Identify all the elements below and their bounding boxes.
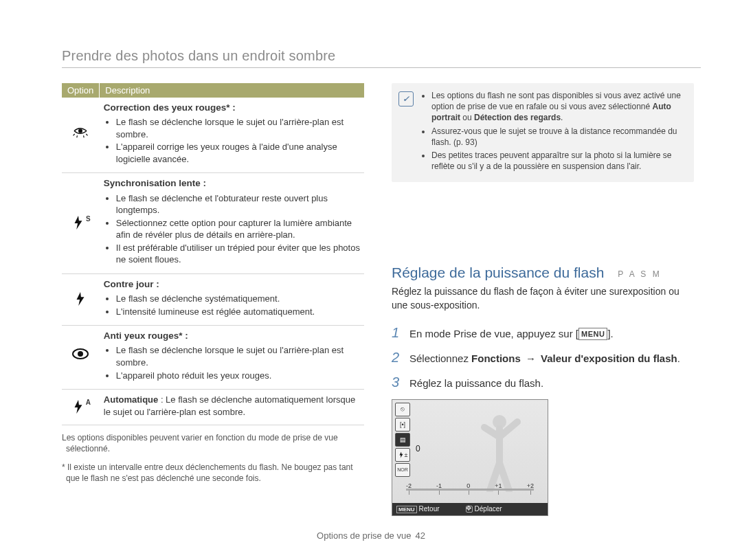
tick: -2	[406, 482, 412, 489]
options-table: Option Description Correction des yeux r…	[62, 83, 364, 425]
lcd-slider: -2 -1 0 +1 +2	[406, 482, 534, 497]
lcd-footer: MENURetour Déplacer	[392, 503, 548, 515]
page-footer: Options de prise de vue42	[0, 530, 742, 541]
lcd-footer-left: Retour	[419, 505, 440, 513]
tick: 0	[466, 482, 470, 489]
lcd-icon-focus: [•]	[395, 418, 410, 432]
row-title: Contre jour :	[104, 279, 159, 289]
step-number: 3	[392, 372, 403, 392]
columns: Option Description Correction des yeux r…	[62, 83, 701, 516]
lcd-icon-nor: NOR	[395, 463, 410, 477]
lcd-icon-ev: ±	[395, 448, 410, 462]
lcd-person-silhouette	[466, 410, 532, 492]
bullet: Sélectionnez cette option pour capturer …	[116, 217, 360, 241]
row-title: Synchronisation lente :	[104, 178, 206, 188]
lcd-menu-key: MENU	[396, 506, 417, 513]
note-icon: ✓	[398, 91, 414, 107]
footnote-1: Les options disponibles peuvent varier e…	[62, 432, 364, 454]
note-item: Assurez-vous que le sujet se trouve à la…	[431, 126, 686, 148]
row-title: Correction des yeux rouges* :	[104, 102, 236, 113]
step-2: 2 Sélectionnez Fonctions → Valeur d'expo…	[392, 347, 694, 368]
flash-s-icon: S	[62, 173, 100, 274]
lcd-icon-off: ⦸	[395, 403, 410, 416]
th-option: Option	[62, 83, 100, 98]
bullet: Le flash se déclenche systématiquement.	[116, 293, 360, 305]
row-title: Anti yeux rouges* :	[104, 331, 188, 341]
table-row: Anti yeux rouges* : Le flash se déclench…	[62, 326, 364, 390]
lcd-value: 0	[416, 444, 420, 453]
step-1: 1 En mode Prise de vue, appuyez sur [MEN…	[392, 322, 694, 343]
note-item: Les options du flash ne sont pas disponi…	[431, 90, 686, 124]
camera-lcd-preview: ⦸ [•] ▤ ± NOR 0 -2 -1 0 +1 +2	[392, 399, 548, 516]
eye-icon	[62, 326, 100, 390]
table-row: Contre jour : Le flash se déclenche syst…	[62, 273, 364, 325]
section-paragraph: Réglez la puissance du flash de façon à …	[392, 285, 694, 312]
steps-list: 1 En mode Prise de vue, appuyez sur [MEN…	[392, 322, 694, 392]
flash-icon	[62, 273, 100, 325]
table-row: A Automatique : Le flash se déclenche au…	[62, 390, 364, 425]
tick: +2	[527, 482, 534, 489]
bullet: L'appareil photo réduit les yeux rouges.	[116, 370, 360, 382]
mode-badges: P A S M	[618, 269, 661, 279]
menu-key: MENU	[578, 328, 607, 341]
left-column: Option Description Correction des yeux r…	[62, 83, 364, 516]
th-description: Description	[100, 83, 364, 98]
step-number: 2	[392, 347, 403, 368]
note-box: ✓ Les options du flash ne sont pas dispo…	[392, 83, 694, 182]
arrow-icon: →	[524, 352, 538, 364]
bullet: Le flash se déclenche lorsque le sujet o…	[116, 344, 360, 368]
right-column: ✓ Les options du flash ne sont pas dispo…	[392, 83, 694, 516]
row-title: Automatique	[104, 394, 158, 405]
lcd-nav-icon	[466, 506, 473, 513]
lcd-side-icons: ⦸ [•] ▤ ± NOR	[395, 403, 412, 477]
page: Prendre des photos dans un endroit sombr…	[0, 0, 742, 560]
step-3: 3 Réglez la puissance du flash.	[392, 372, 694, 392]
bullet: Le flash se déclenche et l'obturateur re…	[116, 192, 360, 216]
footnote-2: * Il existe un intervalle entre deux déc…	[62, 462, 364, 484]
title-rule	[62, 67, 701, 68]
bullet: L'appareil corrige les yeux rouges à l'a…	[116, 141, 360, 165]
step-number: 1	[392, 322, 403, 343]
lcd-footer-right: Déplacer	[475, 505, 502, 513]
flash-a-icon: A	[62, 390, 100, 425]
table-row: S Synchronisation lente : Le flash se dé…	[62, 173, 364, 274]
lcd-icon-meter: ▤	[395, 433, 410, 447]
bullet: Le flash se déclenche lorsque le sujet o…	[116, 116, 360, 140]
page-title: Prendre des photos dans un endroit sombr…	[62, 48, 701, 64]
table-row: Correction des yeux rouges* : Le flash s…	[62, 98, 364, 173]
tick: +1	[495, 482, 502, 489]
bullet: Il est préférable d'utiliser un trépied …	[116, 242, 360, 266]
section-heading: Réglage de la puissance du flash P A S M	[392, 265, 694, 281]
eye-wink-icon	[62, 98, 100, 173]
tick: -1	[436, 482, 442, 489]
bullet: L'intensité lumineuse est réglée automat…	[116, 306, 360, 318]
note-item: Des petites traces peuvent apparaître su…	[431, 150, 686, 172]
